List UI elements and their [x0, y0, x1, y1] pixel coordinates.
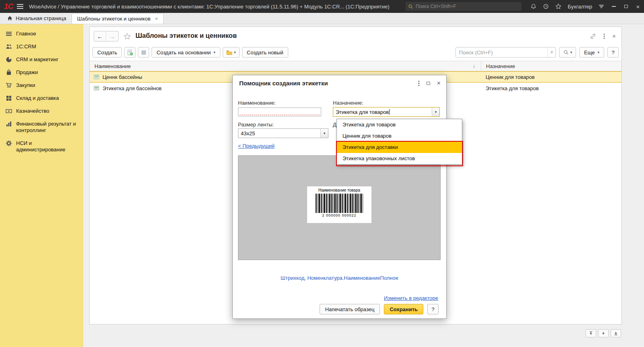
kebab-menu-icon[interactable]: [603, 33, 605, 39]
template-icon: [94, 74, 99, 80]
sidebar-item-sales[interactable]: Продажи: [0, 66, 83, 79]
window-title: WiseAdvice / Управление торговлей и взаи…: [29, 4, 390, 10]
get-link-icon[interactable]: [590, 33, 596, 39]
size-field-label: Размер ленты:: [238, 122, 274, 128]
tab-close-icon[interactable]: ×: [155, 16, 158, 22]
create-new-button[interactable]: Создать новый: [242, 47, 288, 58]
minimize-button[interactable]: [608, 0, 620, 13]
favorites-star-icon[interactable]: [555, 3, 562, 10]
sidebar-item-nsi-admin[interactable]: НСИ и администрирование: [0, 137, 83, 156]
create-button[interactable]: Создать: [92, 47, 122, 58]
save-label: Сохранить: [390, 306, 418, 312]
global-search-input[interactable]: [416, 4, 519, 9]
dropdown-option[interactable]: Этикетка для товаров: [337, 119, 462, 130]
sidebar-item-crm-marketing[interactable]: CRM и маркетинг: [0, 53, 83, 66]
help-button[interactable]: ?: [607, 47, 619, 58]
scroll-to-top-button[interactable]: [586, 329, 596, 337]
page-title: Шаблоны этикеток и ценников: [135, 32, 237, 39]
folder-icon: [226, 50, 232, 55]
table-header: Наименование ↓ Назначение: [90, 61, 621, 71]
add-favorite-star-icon[interactable]: [123, 33, 131, 41]
list-search-box: ×: [455, 47, 556, 58]
sidebar-item-1c-crm[interactable]: 1С:CRM: [0, 40, 83, 53]
list-icon: [141, 50, 147, 56]
home-icon: [7, 15, 13, 21]
main-menu-icon[interactable]: [17, 4, 23, 9]
row-name: Ценнк бассейны: [103, 74, 142, 80]
create-based-on-button[interactable]: Создать на основании▾: [152, 47, 220, 58]
dialog-titlebar: Помощник создания этикетки ×: [233, 75, 446, 87]
tape-size-dropdown-button[interactable]: ▾: [320, 129, 328, 138]
print-sample-button[interactable]: Напечатать образец: [320, 304, 380, 314]
dialog-close-icon[interactable]: ×: [437, 80, 441, 87]
interface-settings-icon[interactable]: [598, 3, 605, 10]
banknote-icon: [6, 108, 12, 114]
template-fields-link[interactable]: Штрихкод, Номенклатура.НаименованиеПолно…: [281, 275, 398, 281]
create-button-label: Создать: [97, 50, 117, 56]
template-icon: [94, 85, 99, 91]
edit-in-editor-link[interactable]: Изменить в редакторе: [384, 295, 438, 301]
notifications-bell-icon[interactable]: [530, 3, 537, 10]
previous-step-link[interactable]: < Предыдущий: [238, 143, 275, 149]
row-purpose: Этикетка для товаров: [481, 85, 621, 91]
text-cursor: [389, 109, 390, 115]
cart-icon: [6, 82, 12, 89]
purpose-value: Этикетка для товаров: [336, 109, 389, 115]
search-options-button[interactable]: ▾: [559, 47, 576, 58]
sidebar-item-main[interactable]: Главное: [0, 27, 83, 40]
dropdown-option[interactable]: Ценник для товаров: [337, 130, 462, 142]
scroll-down-button[interactable]: [598, 329, 609, 337]
row-purpose: Ценник для товаров: [481, 74, 621, 80]
template-fields-link-row: Штрихкод, Номенклатура.НаименованиеПолно…: [233, 275, 446, 281]
dialog-help-label: ?: [431, 306, 434, 312]
dialog-title: Помощник создания этикетки: [239, 80, 328, 87]
dialog-kebab-menu-icon[interactable]: [418, 80, 420, 87]
minimize-icon: [612, 6, 616, 7]
tab-active-label: Шаблоны этикеток и ценников: [77, 16, 151, 22]
save-button[interactable]: Сохранить: [384, 304, 423, 314]
list-settings-button[interactable]: [138, 47, 149, 58]
purpose-dropdown-button[interactable]: ▾: [432, 107, 439, 116]
sidebar-item-label: Казначейство: [16, 108, 49, 114]
column-header-purpose[interactable]: Назначение: [486, 63, 515, 69]
create-copy-button[interactable]: [124, 47, 135, 58]
sidebar-item-treasury[interactable]: Казначейство: [0, 105, 83, 118]
forward-button[interactable]: →: [106, 31, 118, 41]
dialog-footer: Напечатать образец Сохранить ?: [320, 304, 439, 314]
dropdown-option[interactable]: Этикетка упаковочных листов: [337, 153, 462, 164]
name-field[interactable]: [238, 107, 321, 116]
name-input[interactable]: [238, 108, 321, 116]
purpose-combobox[interactable]: Этикетка для товаров ▾: [333, 107, 440, 117]
more-button[interactable]: Еще▾: [579, 47, 604, 58]
history-icon[interactable]: [543, 3, 549, 10]
dialog-maximize-icon[interactable]: [427, 82, 430, 85]
tab-label-templates[interactable]: Шаблоны этикеток и ценников ×: [72, 13, 164, 24]
sidebar-item-purchases[interactable]: Закупки: [0, 79, 83, 92]
global-search[interactable]: [406, 2, 521, 11]
current-user-label[interactable]: Бухгалтер: [568, 4, 592, 10]
clear-search-icon[interactable]: ×: [548, 48, 556, 57]
arrow-down-icon: [601, 331, 606, 336]
name-field-label: Наименование:: [238, 100, 276, 106]
close-window-button[interactable]: ×: [632, 0, 644, 13]
column-header-name[interactable]: Наименование: [94, 63, 131, 69]
tab-home-label: Начальная страница: [16, 15, 66, 21]
purpose-field-label: Назначение:: [333, 100, 363, 106]
sidebar-item-financial-result[interactable]: Финансовый результат и контроллинг: [0, 118, 83, 137]
close-form-icon[interactable]: ×: [612, 33, 616, 39]
scroll-to-bottom-button[interactable]: [611, 329, 621, 337]
tape-size-combobox[interactable]: 43x25 ▾: [238, 128, 328, 138]
dropdown-option-highlighted[interactable]: Этикетка для доставки: [337, 142, 462, 153]
sort-descending-icon[interactable]: ↓: [473, 63, 481, 69]
folder-actions-button[interactable]: ▾: [223, 47, 240, 58]
search-icon: [408, 4, 413, 9]
dialog-help-button[interactable]: ?: [427, 304, 439, 314]
maximize-button[interactable]: [620, 0, 632, 13]
tab-home[interactable]: Начальная страница: [2, 13, 72, 24]
label-wizard-dialog: Помощник создания этикетки × Наименовани…: [232, 75, 447, 319]
back-button[interactable]: ←: [94, 31, 106, 41]
sidebar-item-warehouse[interactable]: Склад и доставка: [0, 92, 83, 105]
purpose-dropdown-list: Этикетка для товаров Ценник для товаров …: [336, 119, 462, 165]
list-search-input[interactable]: [456, 50, 548, 56]
arrow-down-to-line-icon: [613, 331, 618, 336]
